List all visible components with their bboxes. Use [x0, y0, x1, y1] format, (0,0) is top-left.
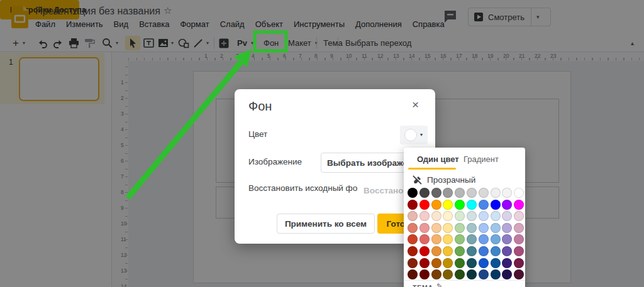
color-swatch-4-3[interactable]	[443, 234, 453, 244]
selected-color-circle	[404, 129, 417, 141]
tab-gradient[interactable]: Градиент	[464, 154, 499, 164]
color-swatch-0-4[interactable]	[455, 188, 465, 198]
color-swatch-0-2[interactable]	[431, 188, 441, 198]
dialog-title: Фон	[248, 99, 272, 114]
color-swatch-2-4[interactable]	[455, 211, 465, 221]
color-swatch-7-1[interactable]	[419, 269, 430, 279]
color-swatch-6-2[interactable]	[431, 258, 441, 268]
color-swatch-3-3[interactable]	[443, 223, 453, 233]
color-swatch-1-5[interactable]	[467, 200, 477, 210]
reset-row-label: Восстановить исходный фон	[248, 183, 362, 193]
image-row-label: Изображение	[248, 157, 302, 166]
color-swatch-3-2[interactable]	[431, 223, 441, 233]
color-swatch-6-9[interactable]	[514, 258, 524, 268]
color-swatch-5-6[interactable]	[479, 246, 489, 256]
color-swatch-5-2[interactable]	[431, 246, 441, 256]
color-swatch-caret: ▾	[420, 132, 423, 138]
color-swatch-3-0[interactable]	[408, 223, 418, 233]
color-swatch-7-8[interactable]	[502, 269, 512, 279]
color-swatch-4-5[interactable]	[467, 234, 477, 244]
color-swatch-1-4[interactable]	[455, 200, 465, 210]
theme-section-label: ТЕМА	[413, 284, 433, 287]
color-swatch-5-0[interactable]	[408, 246, 418, 256]
color-swatch-7-4[interactable]	[455, 269, 465, 279]
color-swatch-5-7[interactable]	[491, 246, 501, 256]
color-swatch-4-7[interactable]	[491, 234, 501, 244]
google-slides-window: { "header": { "title": "Презентация без …	[0, 0, 644, 287]
edit-pencil-icon[interactable]: ✎	[436, 282, 443, 287]
color-swatch-3-1[interactable]	[419, 223, 430, 233]
color-swatch-4-4[interactable]	[455, 234, 465, 244]
color-swatch-4-0[interactable]	[408, 234, 418, 244]
transparent-option[interactable]: Прозрачный	[404, 173, 525, 188]
color-swatch-0-0[interactable]	[408, 188, 418, 198]
color-swatch-2-1[interactable]	[419, 211, 430, 221]
color-swatch-4-2[interactable]	[431, 234, 441, 244]
color-swatch-5-9[interactable]	[514, 246, 524, 256]
color-swatch-2-3[interactable]	[443, 211, 453, 221]
color-swatch-7-2[interactable]	[431, 269, 441, 279]
tab-solid-color[interactable]: Один цвет	[417, 154, 459, 164]
color-swatch-4-1[interactable]	[419, 234, 430, 244]
color-swatch-0-5[interactable]	[467, 188, 477, 198]
color-swatch-3-7[interactable]	[491, 223, 501, 233]
color-swatch-3-6[interactable]	[479, 223, 489, 233]
color-swatch-5-4[interactable]	[455, 246, 465, 256]
transparent-slash-icon	[412, 175, 423, 185]
color-swatch-0-8[interactable]	[502, 188, 512, 198]
color-swatch-2-7[interactable]	[491, 211, 501, 221]
color-swatch-1-9[interactable]	[514, 200, 524, 210]
color-swatch-3-8[interactable]	[502, 223, 512, 233]
color-swatch-1-0[interactable]	[408, 200, 418, 210]
color-swatch-0-9[interactable]	[514, 188, 524, 198]
color-swatch-1-8[interactable]	[502, 200, 512, 210]
transparent-label: Прозрачный	[427, 175, 475, 185]
color-swatch-1-6[interactable]	[479, 200, 489, 210]
color-swatch-1-1[interactable]	[419, 200, 430, 210]
color-swatch-1-2[interactable]	[431, 200, 441, 210]
color-swatch-7-6[interactable]	[479, 269, 489, 279]
color-swatch-6-0[interactable]	[408, 258, 418, 268]
color-swatch-3-5[interactable]	[467, 223, 477, 233]
color-swatch-7-0[interactable]	[408, 269, 418, 279]
color-swatch-2-9[interactable]	[514, 211, 524, 221]
color-swatch-6-7[interactable]	[491, 258, 501, 268]
color-swatch-button[interactable]: ▾	[400, 126, 428, 144]
color-swatch-5-3[interactable]	[443, 246, 453, 256]
active-tab-underline	[408, 168, 456, 170]
color-swatch-4-6[interactable]	[479, 234, 489, 244]
color-swatch-7-9[interactable]	[514, 269, 524, 279]
color-swatch-5-8[interactable]	[502, 246, 512, 256]
color-swatch-2-2[interactable]	[431, 211, 441, 221]
color-swatch-6-5[interactable]	[467, 258, 477, 268]
color-swatch-6-4[interactable]	[455, 258, 465, 268]
color-swatch-2-6[interactable]	[479, 211, 489, 221]
color-swatch-6-6[interactable]	[479, 258, 489, 268]
close-icon[interactable]: ×	[412, 98, 419, 112]
color-swatch-4-9[interactable]	[514, 234, 524, 244]
color-swatch-2-8[interactable]	[502, 211, 512, 221]
color-swatch-7-5[interactable]	[467, 269, 477, 279]
theme-colors-footer[interactable]: ТЕМА ✎	[404, 280, 525, 287]
color-swatch-5-1[interactable]	[419, 246, 430, 256]
color-swatch-4-8[interactable]	[502, 234, 512, 244]
color-swatch-3-9[interactable]	[514, 223, 524, 233]
color-swatch-1-7[interactable]	[491, 200, 501, 210]
color-palette-grid	[408, 188, 524, 279]
color-swatch-0-6[interactable]	[479, 188, 489, 198]
color-swatch-0-3[interactable]	[443, 188, 453, 198]
color-swatch-5-5[interactable]	[467, 246, 477, 256]
color-swatch-6-3[interactable]	[443, 258, 453, 268]
color-swatch-2-5[interactable]	[467, 211, 477, 221]
color-swatch-6-8[interactable]	[502, 258, 512, 268]
color-swatch-6-1[interactable]	[419, 258, 430, 268]
color-swatch-7-7[interactable]	[491, 269, 501, 279]
color-swatch-3-4[interactable]	[455, 223, 465, 233]
color-swatch-0-7[interactable]	[491, 188, 501, 198]
color-swatch-7-3[interactable]	[443, 269, 453, 279]
color-swatch-0-1[interactable]	[419, 188, 430, 198]
color-swatch-1-3[interactable]	[443, 200, 453, 210]
apply-to-all-button[interactable]: Применить ко всем	[277, 214, 375, 234]
color-row-label: Цвет	[248, 129, 267, 139]
color-swatch-2-0[interactable]	[408, 211, 418, 221]
